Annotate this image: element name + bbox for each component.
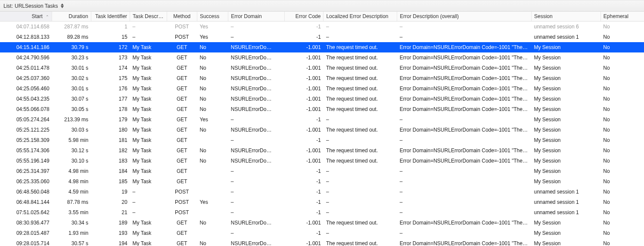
cell-start: 06:25.314.397 [0, 166, 52, 176]
table-row[interactable]: 04:07.114.658287.87 ms1–POSTYes–-1––unna… [0, 22, 644, 32]
cell-ephemeral: No [600, 156, 644, 166]
cell-start: 05:25.121.225 [0, 125, 52, 135]
table-row[interactable]: 04:55.043.23530.07 s177My TaskGETNoNSURL… [0, 94, 644, 104]
cell-success: No [197, 73, 228, 83]
cell-session: My Session [532, 63, 601, 73]
cell-locDesc: The request timed out. [324, 238, 397, 246]
table-scroll[interactable]: Start ⌃ Duration Task Identifier Task De… [0, 12, 644, 246]
table-row[interactable]: 04:24.790.59630.23 s173My TaskGETNoNSURL… [0, 52, 644, 63]
cell-errDomain: – [228, 207, 285, 218]
table-row[interactable]: 09:28.015.4871.93 min193My TaskGET–-1––M… [0, 228, 644, 238]
col-task-id[interactable]: Task Identifier [91, 12, 130, 22]
cell-start: 04:55.066.078 [0, 104, 52, 114]
cell-method: GET [167, 135, 197, 145]
table-row[interactable]: 07:51.025.6423.55 min21–POST–-1––unnamed… [0, 207, 644, 218]
cell-duration: 87.78 ms [52, 197, 91, 207]
cell-errDomain: NSURLErrorDo… [228, 238, 285, 246]
cell-session: My Session [532, 228, 601, 238]
table-row[interactable]: 05:05.274.264213.39 ms179My TaskGETYes–-… [0, 114, 644, 125]
cell-duration: 4.98 min [52, 166, 91, 176]
cell-errCode: -1.001 [284, 156, 323, 166]
list-selector[interactable]: List: URLSession Tasks [3, 3, 64, 9]
cell-locDesc: – [324, 22, 397, 32]
table-row[interactable]: 06:48.560.0484.59 min19–POST–-1––unnamed… [0, 187, 644, 197]
cell-ephemeral: No [600, 145, 644, 156]
cell-taskDesc: My Task [130, 114, 167, 125]
col-ephemeral[interactable]: Ephemeral [600, 12, 644, 22]
col-method[interactable]: Method [167, 12, 197, 22]
cell-method: GET [167, 73, 197, 83]
col-error-domain[interactable]: Error Domain [228, 12, 285, 22]
cell-method: GET [167, 83, 197, 94]
cell-start: 04:15.141.186 [0, 42, 52, 52]
cell-taskDesc: My Task [130, 52, 167, 63]
cell-method: GET [167, 104, 197, 114]
cell-ephemeral: No [600, 104, 644, 114]
table-row[interactable]: 05:55.174.30630.12 s182My TaskGETNoNSURL… [0, 145, 644, 156]
cell-errCode: -1.001 [284, 238, 323, 246]
table-row[interactable]: 04:12.818.13389.28 ms15–POSTYes–-1––unna… [0, 32, 644, 42]
cell-session: unnamed session 1 [532, 207, 601, 218]
col-error-desc[interactable]: Error Description (overall) [397, 12, 532, 22]
cell-errDomain: – [228, 166, 285, 176]
list-selector-title: URLSession Tasks [15, 3, 58, 9]
cell-session: My Session [532, 166, 601, 176]
cell-session: My Session [532, 73, 601, 83]
cell-errDesc: Error Domain=NSURLErrorDomain Code=-1001… [397, 156, 532, 166]
table-row[interactable]: 05:25.121.22530.03 s180My TaskGETNoNSURL… [0, 125, 644, 135]
cell-errCode: -1.001 [284, 94, 323, 104]
cell-taskDesc: My Task [130, 145, 167, 156]
table-row[interactable]: 05:55.196.14930.10 s183My TaskGETNoNSURL… [0, 156, 644, 166]
cell-taskId: 172 [91, 42, 130, 52]
cell-start: 04:25.011.478 [0, 63, 52, 73]
table-row[interactable]: 04:25.011.47830.01 s174My TaskGETNoNSURL… [0, 63, 644, 73]
cell-session: My Session [532, 42, 601, 52]
table-row[interactable]: 04:25.037.36030.02 s175My TaskGETNoNSURL… [0, 73, 644, 83]
cell-duration: 4.59 min [52, 187, 91, 197]
cell-taskDesc: My Task [130, 104, 167, 114]
cell-taskDesc: – [130, 197, 167, 207]
table-row[interactable]: 04:55.066.07830.05 s178My TaskGETNoNSURL… [0, 104, 644, 114]
cell-errCode: -1 [284, 207, 323, 218]
cell-session: My Session [532, 218, 601, 228]
cell-errDesc: Error Domain=NSURLErrorDomain Code=-1001… [397, 73, 532, 83]
col-duration[interactable]: Duration [52, 12, 91, 22]
cell-errDomain: NSURLErrorDo… [228, 156, 285, 166]
table-row[interactable]: 08:30.936.47730.34 s189My TaskGETNoNSURL… [0, 218, 644, 228]
cell-success: No [197, 145, 228, 156]
col-session[interactable]: Session [532, 12, 601, 22]
cell-locDesc: The request timed out. [324, 52, 397, 63]
table-row[interactable]: 04:15.141.18630.79 s172My TaskGETNoNSURL… [0, 42, 644, 52]
cell-errCode: -1.001 [284, 145, 323, 156]
col-error-code[interactable]: Error Code [284, 12, 323, 22]
table-row[interactable]: 06:25.314.3974.98 min184My TaskGET–-1––M… [0, 166, 644, 176]
cell-locDesc: The request timed out. [324, 125, 397, 135]
cell-ephemeral: No [600, 218, 644, 228]
table-row[interactable]: 04:25.056.46030.01 s176My TaskGETNoNSURL… [0, 83, 644, 94]
cell-start: 09:28.015.487 [0, 228, 52, 238]
cell-errDesc: Error Domain=NSURLErrorDomain Code=-1001… [397, 63, 532, 73]
cell-locDesc: The request timed out. [324, 63, 397, 73]
cell-locDesc: – [324, 187, 397, 197]
cell-success: No [197, 125, 228, 135]
cell-start: 05:55.174.306 [0, 145, 52, 156]
cell-errCode: -1.001 [284, 83, 323, 94]
cell-errDomain: – [228, 135, 285, 145]
cell-locDesc: – [324, 32, 397, 42]
cell-taskId: 185 [91, 176, 130, 187]
cell-duration: 30.23 s [52, 52, 91, 63]
cell-locDesc: – [324, 166, 397, 176]
cell-errDomain: – [228, 22, 285, 32]
cell-errDomain: – [228, 176, 285, 187]
table-row[interactable]: 09:28.015.71430.57 s194My TaskGETNoNSURL… [0, 238, 644, 246]
cell-duration: 30.05 s [52, 104, 91, 114]
col-success[interactable]: Success [197, 12, 228, 22]
table-row[interactable]: 06:48.841.14487.78 ms20–POSTYes–-1––unna… [0, 197, 644, 207]
col-start[interactable]: Start ⌃ [0, 12, 52, 22]
table-row[interactable]: 05:25.158.3095.98 min181My TaskGET–-1––M… [0, 135, 644, 145]
cell-duration: 213.39 ms [52, 114, 91, 125]
cell-taskDesc: – [130, 207, 167, 218]
col-task-desc[interactable]: Task Descri… [130, 12, 167, 22]
col-localized-desc[interactable]: Localized Error Description [324, 12, 397, 22]
table-row[interactable]: 06:25.335.0604.98 min185My TaskGET–-1––M… [0, 176, 644, 187]
